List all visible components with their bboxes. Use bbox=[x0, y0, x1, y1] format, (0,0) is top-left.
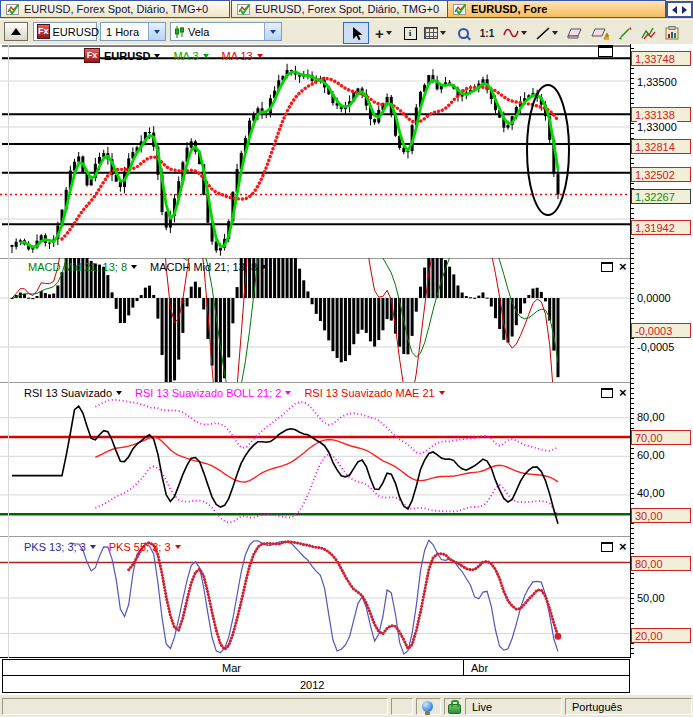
restore-panel-icon[interactable] bbox=[601, 262, 613, 272]
info-tool-button[interactable]: i bbox=[399, 22, 421, 44]
month-divider bbox=[463, 659, 464, 676]
ma-slow-menu[interactable]: MA 13 bbox=[222, 50, 263, 62]
rsi-panel-canvas[interactable] bbox=[0, 382, 631, 536]
rsi-boll-menu[interactable]: RSI 13 Suavizado BOLL 21; 2 bbox=[135, 387, 291, 399]
tab-eurusd-1[interactable]: EURUSD, Forex Spot, Diário, TMG+0 bbox=[0, 0, 230, 18]
symbol-value: EURUSD bbox=[53, 26, 99, 38]
pks-window-buttons: × bbox=[601, 542, 627, 552]
rsi-menu[interactable]: RSI 13 Suavizado bbox=[24, 387, 122, 399]
macd-menu[interactable]: MACD Mid 21; 13; 8 bbox=[28, 261, 137, 273]
language-panel[interactable]: Português bbox=[565, 698, 692, 715]
close-panel-icon[interactable]: × bbox=[619, 542, 627, 552]
scale-tick bbox=[631, 388, 634, 389]
tab-eurusd-2[interactable]: EURUSD, Forex Spot, Diário, TMG+0 bbox=[231, 0, 455, 18]
scale-tick bbox=[631, 258, 634, 259]
cursor-tool-button[interactable] bbox=[343, 22, 369, 44]
close-panel-icon[interactable]: × bbox=[619, 262, 627, 272]
grid-icon bbox=[424, 27, 438, 39]
year-label: 2012 bbox=[300, 679, 324, 691]
time-axis[interactable]: Mar Abr 2012 bbox=[0, 658, 693, 694]
chart-tab-bar: EURUSD, Forex Spot, Diário, TMG+0 EURUSD… bbox=[0, 0, 693, 20]
macdh-label: MACDH Mid 21; 13; 8 bbox=[150, 261, 257, 273]
price-axis-label: 0,0000 bbox=[637, 291, 671, 304]
dropdown-button[interactable] bbox=[148, 23, 165, 40]
pks-slow-label: PKS 55; 3; 3 bbox=[109, 541, 171, 553]
scale-tick bbox=[631, 603, 634, 604]
scale-tick bbox=[631, 448, 634, 449]
scale-tick bbox=[631, 488, 634, 489]
chevron-down-icon bbox=[439, 391, 445, 395]
chart-check-icon bbox=[237, 3, 251, 16]
macd-window-buttons: × bbox=[601, 262, 627, 272]
chevron-down-icon bbox=[175, 545, 181, 549]
scale-tick bbox=[631, 293, 634, 294]
scale-tick bbox=[631, 133, 634, 134]
scale-tick bbox=[631, 343, 634, 344]
scale-tick bbox=[631, 503, 634, 504]
measure-tool-button[interactable] bbox=[613, 22, 637, 44]
cursor-arrow-icon bbox=[350, 26, 363, 41]
restore-panel-icon[interactable] bbox=[601, 542, 613, 552]
scale-tick bbox=[631, 338, 634, 339]
scale-tick bbox=[631, 553, 634, 554]
scale-tick bbox=[631, 303, 634, 304]
tab-scroll-buttons[interactable] bbox=[666, 1, 693, 18]
pks-panel-canvas[interactable] bbox=[0, 536, 631, 658]
scale-tick bbox=[631, 583, 634, 584]
crosshair-tool-button[interactable]: + bbox=[369, 22, 398, 44]
scale-tick bbox=[631, 238, 634, 239]
scale-tick bbox=[631, 468, 634, 469]
macd-panel-canvas[interactable] bbox=[0, 258, 631, 382]
tab-label: EURUSD, Forex Spot, Diário, TMG+0 bbox=[24, 3, 208, 15]
rsi-boll-label: RSI 13 Suavizado BOLL 21; 2 bbox=[135, 387, 281, 399]
price-axis-label: -0,0003 bbox=[631, 323, 691, 338]
price-axis-label: 50,00 bbox=[637, 591, 665, 604]
retracement-tool-button[interactable] bbox=[636, 22, 660, 44]
paste-chart-tool-button[interactable] bbox=[659, 22, 685, 44]
pks-slow-menu[interactable]: PKS 55; 3; 3 bbox=[109, 541, 181, 553]
scale-tick bbox=[631, 83, 634, 84]
chart-symbol-menu[interactable]: Fx EURUSD bbox=[84, 48, 160, 63]
clipboard-chart-icon bbox=[665, 26, 680, 40]
price-axis-label: 80,00 bbox=[637, 410, 665, 423]
chart-type-combobox[interactable]: Vela bbox=[170, 22, 282, 41]
grid-tool-button[interactable] bbox=[420, 22, 450, 44]
price-axis-label: 1,32267 bbox=[631, 189, 691, 204]
collapse-panel-button[interactable] bbox=[4, 22, 28, 41]
scale-tick bbox=[631, 208, 634, 209]
price-scale[interactable]: 1,337481,335001,331381,330001,328141,325… bbox=[631, 44, 693, 658]
scale-tick bbox=[631, 383, 634, 384]
rsi-mae-menu[interactable]: RSI 13 Suavizado MAE 21 bbox=[304, 387, 444, 399]
ma-fast-menu[interactable]: MA 3 bbox=[173, 50, 208, 62]
delete-objects-tool-button[interactable] bbox=[587, 22, 613, 44]
indicators-tool-button[interactable] bbox=[499, 22, 531, 44]
one-to-one-button[interactable]: 1:1 bbox=[474, 22, 500, 44]
scroll-right-icon[interactable] bbox=[682, 6, 687, 14]
fx-badge-icon: Fx bbox=[37, 24, 50, 39]
pks-fast-menu[interactable]: PKS 13; 3; 3 bbox=[24, 541, 96, 553]
close-panel-icon[interactable]: × bbox=[619, 388, 627, 398]
scale-tick bbox=[631, 298, 634, 299]
rsi-window-buttons: × bbox=[601, 388, 627, 398]
scroll-left-icon[interactable] bbox=[672, 6, 677, 14]
restore-window-button[interactable] bbox=[598, 45, 613, 57]
trading-app-window: EURUSD, Forex Spot, Diário, TMG+0 EURUSD… bbox=[0, 0, 693, 717]
dropdown-button[interactable] bbox=[264, 23, 281, 40]
rsi-mae-label: RSI 13 Suavizado MAE 21 bbox=[304, 387, 434, 399]
line-tool-button[interactable] bbox=[532, 22, 562, 44]
macdh-menu[interactable]: MACDH Mid 21; 13; 8 bbox=[150, 261, 267, 273]
tab-eurusd-active[interactable]: EURUSD, Fore bbox=[447, 0, 666, 18]
globe-icon bbox=[422, 701, 433, 712]
crosshair-icon: + bbox=[375, 25, 384, 42]
zoom-tool-button[interactable] bbox=[451, 22, 475, 44]
restore-panel-icon[interactable] bbox=[601, 388, 613, 398]
scale-tick bbox=[631, 613, 634, 614]
scale-tick bbox=[631, 373, 634, 374]
symbol-combobox[interactable]: Fx EURUSD bbox=[33, 22, 97, 41]
retracement-icon bbox=[641, 27, 656, 40]
main-toolbar: Fx EURUSD 1 Hora Vela + i 1:1 bbox=[0, 19, 693, 45]
eraser-tool-button[interactable] bbox=[563, 22, 587, 44]
period-combobox[interactable]: 1 Hora bbox=[100, 22, 166, 41]
price-axis-label: 1,33500 bbox=[637, 75, 677, 88]
price-chart-canvas[interactable] bbox=[0, 44, 631, 258]
